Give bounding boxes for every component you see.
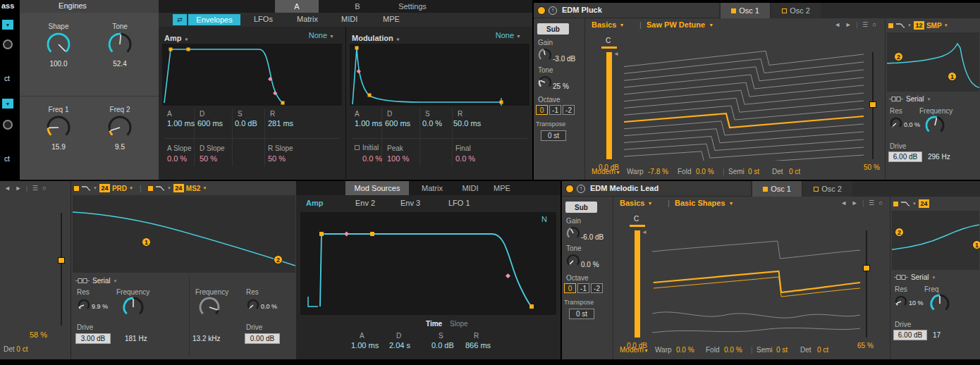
subtab-amp[interactable]: Amp [306,199,323,207]
tone-value[interactable]: 25 % [553,82,569,90]
wt-position-handle[interactable] [869,101,876,108]
subtab-matrix[interactable]: Matrix [297,15,318,23]
knob-value[interactable]: 15.9 [30,143,87,151]
filter-type-icon[interactable] [900,200,910,207]
filter-1-badge[interactable]: 1 [142,237,151,247]
filter-2-badge[interactable]: 2 [895,228,904,237]
subtab-mpe[interactable]: MPE [383,15,400,23]
sustain-value[interactable]: 0.0 % [422,119,442,128]
subtab-midi[interactable]: MIDI [341,15,357,23]
octave-0-button[interactable]: 0 [564,283,576,293]
filter1-slope-badge[interactable]: 24 [99,184,110,192]
knob-value[interactable]: 100.0 [30,60,87,68]
device-title[interactable]: EDM Melodic Lead [590,184,659,192]
wavetable-visualization[interactable] [624,37,864,161]
drive1-value[interactable]: 3.00 dB [75,333,111,344]
fx-mode-dropdown[interactable]: Modern▼ [620,346,649,354]
wt-position-track[interactable] [61,213,62,326]
semi-value[interactable]: 0 st [748,168,759,175]
osc-nav-icons[interactable]: ◄ ► | ☰ ○ [4,185,48,192]
osc-gain-slider[interactable] [635,230,640,338]
filter-curve-display[interactable] [73,195,295,273]
d-slope-value[interactable]: 50 % [200,154,217,163]
filter-slope-badge[interactable]: 24 [919,199,929,208]
freq1-value[interactable]: 181 Hz [125,335,147,342]
attack-value[interactable]: 1.00 ms [351,341,379,349]
sustain-value[interactable]: 0.0 dB [235,119,257,128]
filter-routing-dropdown[interactable]: Serial ▼ [75,277,118,285]
amp-envelope-graph[interactable] [162,44,342,106]
gain-knob[interactable] [537,47,553,63]
osc-nav-icons[interactable]: ◄ ► | ☰ ○ [834,21,878,28]
tab-mod-sources[interactable]: Mod Sources [345,181,409,195]
decay-value[interactable]: 600 ms [197,119,223,128]
osc2-on-icon[interactable] [814,187,819,192]
final-value[interactable]: 0.0 % [455,154,475,163]
initial-value[interactable]: 0.0 % [362,154,382,163]
octave-minus1-button[interactable]: -1 [549,105,561,115]
filter-freq-value-partial[interactable]: 17 [933,331,941,339]
fold-value[interactable]: 0.0 % [724,346,742,354]
filter1-on-icon[interactable] [74,186,79,191]
filter-res-value[interactable]: 10 % [909,299,924,307]
filter-drive-value[interactable]: 6.00 dB [888,151,922,162]
osc-nav-icons[interactable]: ◄ ► | ☰ ○ [840,199,884,206]
mod-target-dropdown[interactable]: None ▼ [309,31,334,39]
det-value[interactable]: 0 ct [789,168,800,175]
mod-target-partial[interactable]: N [541,215,547,223]
hotswap-icon[interactable]: ↑ [577,185,585,193]
wavetable-visualization[interactable] [652,215,860,339]
decay-value[interactable]: 2.04 s [389,341,410,349]
attack-value[interactable]: 1.00 ms [167,119,195,128]
subtab-env2[interactable]: Env 2 [355,199,375,207]
filter-res2-knob[interactable] [246,298,260,312]
tab-engines[interactable]: Engines [41,1,104,10]
fold-value[interactable]: 0.0 % [696,168,714,175]
subtab-env3[interactable]: Env 3 [400,199,420,207]
filter-type-icon[interactable] [155,185,165,192]
tab-osc2[interactable]: Osc 2 [803,181,852,197]
knob-value[interactable]: 9.5 [92,143,148,151]
freq2-value[interactable]: 13.2 kHz [192,335,220,342]
a-slope-value[interactable]: 0.0 % [167,154,187,163]
filter-freq-knob[interactable] [929,293,950,314]
wavetable-dropdown[interactable]: Basic Shapes▼ [675,199,733,207]
drive2-value[interactable]: 0.00 dB [245,333,280,344]
mod-envelope-graph[interactable] [350,44,529,106]
osc1-on-icon[interactable] [763,187,768,192]
filter-curve-display[interactable] [887,32,979,92]
fx-mode-dropdown[interactable]: Modern▼ [592,168,620,175]
initial-checkbox[interactable] [355,145,360,150]
filter-type-icon[interactable] [81,185,91,192]
det-value[interactable]: 0 ct [817,346,828,354]
decay-value[interactable]: 600 ms [385,119,410,128]
osc-category-dropdown[interactable]: Basics▼ [620,199,652,207]
filter1-model-dropdown[interactable]: PRD [112,185,127,192]
tab-osc2[interactable]: Osc 2 [771,3,821,18]
tone-knob[interactable] [537,75,553,90]
sub-button[interactable]: Sub [537,23,569,35]
filter-freq2-knob[interactable] [198,296,221,318]
tab-mpe[interactable]: MPE [488,181,516,195]
res1-value[interactable]: 9.9 % [92,303,108,310]
transpose-value[interactable]: 0 st [569,309,594,319]
filter-1-badge[interactable]: 1 [948,72,957,81]
osc2-on-icon[interactable] [782,8,787,13]
amp-envelope-graph-large[interactable] [300,212,556,315]
filter-routing-dropdown[interactable]: Serial ▼ [894,273,936,281]
filter-res-knob[interactable] [894,295,908,309]
release-value[interactable]: 866 ms [465,341,491,349]
device-activator-button[interactable] [565,185,574,193]
mini-knob[interactable] [3,120,13,130]
filter-freq-value[interactable]: 296 Hz [928,153,950,161]
tab-settings[interactable]: Settings [384,0,441,13]
tab-osc1[interactable]: Osc 1 [752,181,802,197]
peak-value[interactable]: 100 % [387,154,409,163]
subtab-envelopes[interactable]: Envelopes [188,14,240,25]
sub-button[interactable]: Sub [565,202,597,213]
time-toggle[interactable]: Time [426,320,442,328]
warp-value[interactable]: 0.0 % [676,346,694,354]
filter-1-badge[interactable]: 1 [972,240,980,249]
det-value[interactable]: 0 ct [16,345,27,353]
expand-arrows-icon[interactable]: ⇄ [173,14,187,25]
